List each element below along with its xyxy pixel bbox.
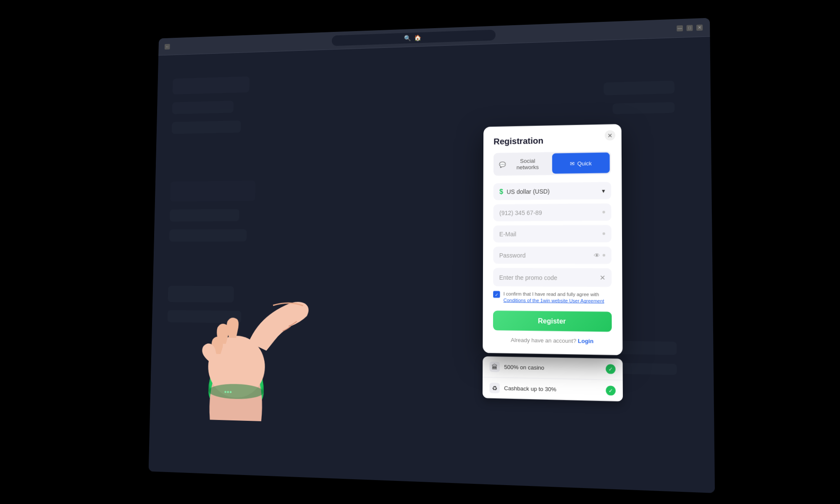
password-field[interactable]: Password 👁 bbox=[493, 247, 612, 264]
svg-text:●●●: ●●● bbox=[224, 389, 232, 394]
currency-left: $ US dollar (USD) bbox=[499, 187, 550, 195]
bonus-cards: 🏛 500% on casino ✓ ♻ Cashback up to 30% … bbox=[483, 356, 623, 401]
phone-field[interactable]: (912) 345 67-89 bbox=[494, 204, 612, 221]
address-bar: 🔍 🏠 bbox=[332, 29, 496, 46]
registration-modal-area: ✕ Registration 💬 Social networks ✉ Quick bbox=[483, 124, 623, 401]
phone-placeholder: (912) 345 67-89 bbox=[499, 209, 542, 216]
bonus-cashback-left: ♻ Cashback up to 30% bbox=[489, 383, 556, 394]
tab-switcher: 💬 Social networks ✉ Quick bbox=[494, 151, 611, 176]
social-icon: 💬 bbox=[499, 161, 506, 168]
browser-window: ← 🔍 🏠 — □ ✕ bbox=[149, 18, 715, 494]
maximize-button[interactable]: □ bbox=[686, 25, 693, 31]
terms-label: I confirm that I have read and fully agr… bbox=[504, 291, 612, 305]
titlebar-controls: ← bbox=[165, 44, 170, 49]
cashback-icon: ♻ bbox=[489, 383, 500, 393]
hand-illustration: ●●● bbox=[173, 268, 341, 428]
registration-modal: ✕ Registration 💬 Social networks ✉ Quick bbox=[483, 124, 622, 355]
terms-checkbox[interactable]: ✓ bbox=[493, 291, 500, 298]
password-placeholder: Password bbox=[499, 252, 526, 259]
required-indicator bbox=[603, 254, 605, 257]
required-indicator bbox=[602, 211, 605, 213]
back-button[interactable]: ← bbox=[165, 44, 170, 49]
tab-social-networks[interactable]: 💬 Social networks bbox=[495, 153, 551, 174]
window-controls: — □ ✕ bbox=[677, 24, 703, 31]
currency-dropdown[interactable]: $ US dollar (USD) ▾ bbox=[494, 182, 611, 200]
bonus-casino-left: 🏛 500% on casino bbox=[489, 362, 544, 373]
tab-quick-label: Quick bbox=[577, 160, 592, 166]
tab-social-label: Social networks bbox=[508, 158, 547, 171]
login-prompt: Already have an account? Login bbox=[493, 336, 612, 345]
bonus-card-casino: 🏛 500% on casino ✓ bbox=[483, 356, 623, 380]
register-button[interactable]: Register bbox=[493, 310, 612, 332]
browser-content: ●●● ✕ Registration 💬 Social networks bbox=[149, 37, 715, 493]
casino-icon: 🏛 bbox=[489, 362, 500, 372]
currency-label: US dollar (USD) bbox=[507, 188, 550, 195]
promo-code-field[interactable]: Enter the promo code ✕ bbox=[493, 268, 612, 287]
close-button[interactable]: ✕ bbox=[696, 24, 703, 31]
show-password-icon[interactable]: 👁 bbox=[594, 252, 600, 259]
chevron-down-icon: ▾ bbox=[602, 187, 605, 194]
cashback-bonus-label: Cashback up to 30% bbox=[504, 385, 556, 392]
terms-link[interactable]: Conditions of the 1win website User Agre… bbox=[504, 298, 604, 304]
email-placeholder: E-Mail bbox=[499, 231, 516, 237]
terms-checkbox-area: ✓ I confirm that I have read and fully a… bbox=[493, 291, 612, 305]
casino-bonus-label: 500% on casino bbox=[504, 364, 544, 371]
email-field[interactable]: E-Mail bbox=[493, 225, 611, 243]
tab-quick[interactable]: ✉ Quick bbox=[552, 152, 610, 174]
promo-clear-button[interactable]: ✕ bbox=[600, 273, 606, 282]
bonus-card-cashback: ♻ Cashback up to 30% ✓ bbox=[483, 377, 623, 401]
background-content bbox=[149, 37, 715, 493]
login-link[interactable]: Login bbox=[578, 337, 593, 344]
titlebar-center: 🔍 🏠 bbox=[332, 29, 496, 46]
cashback-check-icon: ✓ bbox=[606, 386, 615, 396]
casino-check-icon: ✓ bbox=[606, 364, 615, 374]
email-icon: ✉ bbox=[570, 160, 575, 166]
password-actions: 👁 bbox=[594, 252, 605, 259]
modal-title: Registration bbox=[494, 134, 611, 146]
minimize-button[interactable]: — bbox=[677, 25, 683, 32]
required-indicator bbox=[603, 232, 605, 235]
modal-close-button[interactable]: ✕ bbox=[605, 130, 615, 141]
promo-placeholder: Enter the promo code bbox=[499, 274, 557, 281]
dollar-icon: $ bbox=[499, 188, 503, 195]
home-icon: 🏠 bbox=[414, 34, 421, 41]
search-icon: 🔍 bbox=[404, 34, 411, 41]
